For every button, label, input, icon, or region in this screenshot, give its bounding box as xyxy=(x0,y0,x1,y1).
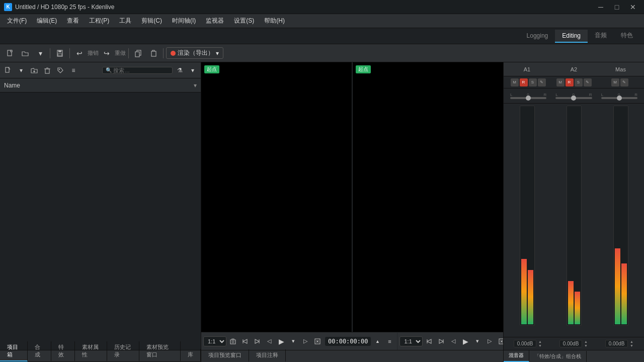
a2-effects-button[interactable]: ✎ xyxy=(584,78,592,86)
render-dropdown-icon[interactable]: ▾ xyxy=(216,50,219,57)
bin-tag-button[interactable] xyxy=(54,64,66,76)
save-button[interactable] xyxy=(53,46,67,60)
a1-mute-button[interactable]: M xyxy=(511,78,519,86)
mixer-tab-mixer[interactable]: 混音器 xyxy=(504,350,529,362)
program-zoom-select[interactable]: 1:1 xyxy=(399,336,423,346)
tab-library[interactable]: 库 xyxy=(181,349,201,361)
source-levels-button[interactable]: ≡ xyxy=(384,336,395,347)
a1-pan-knob[interactable] xyxy=(526,96,531,101)
menu-timeline[interactable]: 时间轴(I) xyxy=(167,15,201,27)
program-in-button[interactable] xyxy=(424,336,435,347)
a2-mute-button[interactable]: M xyxy=(556,78,565,86)
workflow-tab-editing[interactable]: Editing xyxy=(555,30,588,43)
redo-button[interactable]: ↪ xyxy=(100,46,114,60)
tab-clip-preview[interactable]: 素材预览窗口 xyxy=(139,341,181,361)
a1-db-down[interactable]: ▼ xyxy=(537,344,542,348)
master-mute-button[interactable]: M xyxy=(611,78,619,86)
title-controls: ─ □ ✕ xyxy=(594,0,640,14)
master-buttons: M ✎ xyxy=(597,78,642,86)
bin-filter-button[interactable]: ⚗ xyxy=(174,64,186,76)
bin-new-clip-button[interactable] xyxy=(2,64,14,76)
a2-pan-left: L xyxy=(555,93,557,97)
tab-effects[interactable]: 特效 xyxy=(51,341,75,361)
menu-edit[interactable]: 编辑(E) xyxy=(32,15,62,27)
a1-solo-button[interactable]: S xyxy=(529,78,537,86)
source-extract-button[interactable] xyxy=(312,336,323,347)
a2-solo-button[interactable]: S xyxy=(575,78,583,86)
a1-vu-right-fill xyxy=(528,270,533,324)
undo-button[interactable]: ↩ xyxy=(72,46,87,60)
bin-more-button[interactable]: ≡ xyxy=(67,64,79,76)
a1-record-button[interactable]: R xyxy=(520,78,528,86)
tab-project-preview[interactable]: 项目预览窗口 xyxy=(201,349,249,362)
program-out-button[interactable] xyxy=(436,336,447,347)
source-zoom-select[interactable]: 1:1 xyxy=(203,336,226,346)
source-play-button[interactable]: ▶ xyxy=(276,336,287,347)
bin-sort-icon[interactable]: ▾ xyxy=(194,82,197,89)
menu-clip[interactable]: 剪辑(C) xyxy=(136,15,167,27)
open-dropdown[interactable]: ▾ xyxy=(33,46,47,60)
bin-dropdown-button[interactable]: ▾ xyxy=(15,64,27,76)
minimize-button[interactable]: ─ xyxy=(594,0,608,14)
master-db-spinbox[interactable]: ▲ ▼ xyxy=(629,340,634,348)
source-prev-frame[interactable]: ◁ xyxy=(264,336,275,347)
source-in-point-badge: 起点 xyxy=(204,65,219,73)
open-button[interactable] xyxy=(18,46,32,60)
a1-db-up[interactable]: ▲ xyxy=(537,340,542,344)
workflow-tab-logging[interactable]: Logging xyxy=(520,30,555,43)
bin-delete-button[interactable] xyxy=(41,64,53,76)
paste-button[interactable] xyxy=(146,46,160,60)
master-db-up[interactable]: ▲ xyxy=(629,340,634,344)
a1-pan-slider[interactable] xyxy=(510,97,546,99)
menu-file[interactable]: 文件(F) xyxy=(2,15,32,27)
source-play-dropdown[interactable]: ▾ xyxy=(288,336,299,347)
copy-button[interactable] xyxy=(131,46,145,60)
program-in-point-badge: 起点 xyxy=(356,65,371,73)
a2-db-spinbox[interactable]: ▲ ▼ xyxy=(583,340,588,348)
bin-add-folder-button[interactable] xyxy=(28,64,40,76)
render-button[interactable]: 渲染（导出） ▾ xyxy=(166,47,223,59)
program-next-frame[interactable]: ▷ xyxy=(484,336,495,347)
a1-effects-button[interactable]: ✎ xyxy=(538,78,546,86)
master-db-down[interactable]: ▼ xyxy=(629,344,634,348)
tab-history[interactable]: 历史记录 xyxy=(107,341,139,361)
a1-db-spinbox[interactable]: ▲ ▼ xyxy=(537,340,542,348)
a2-record-button[interactable]: R xyxy=(566,78,574,86)
menu-project[interactable]: 工程(P) xyxy=(84,15,114,27)
program-play-dropdown[interactable]: ▾ xyxy=(472,336,483,347)
tab-project-notes[interactable]: 项目注释 xyxy=(249,349,286,362)
source-in-button[interactable] xyxy=(239,336,251,347)
new-button[interactable] xyxy=(3,46,17,60)
menu-monitor[interactable]: 监视器 xyxy=(201,15,229,27)
search-input[interactable] xyxy=(113,67,183,73)
menu-help[interactable]: 帮助(H) xyxy=(259,15,290,27)
tab-clip-props[interactable]: 素材属性 xyxy=(75,341,107,361)
menu-tools[interactable]: 工具 xyxy=(114,15,136,27)
maximize-button[interactable]: □ xyxy=(610,0,624,14)
a2-pan-slider[interactable] xyxy=(555,97,592,99)
program-prev-frame[interactable]: ◁ xyxy=(448,336,459,347)
workflow-tab-special[interactable]: 特色 xyxy=(614,29,640,43)
menu-settings[interactable]: 设置(S) xyxy=(229,15,259,27)
bin-filter-dropdown[interactable]: ▾ xyxy=(187,64,199,76)
master-vu-left-fill xyxy=(615,248,620,324)
master-effects-button[interactable]: ✎ xyxy=(620,78,628,86)
workflow-tab-audio[interactable]: 音频 xyxy=(588,29,614,43)
tab-project-bin[interactable]: 项目箱 xyxy=(0,341,28,361)
menu-view[interactable]: 查看 xyxy=(62,15,84,27)
a2-db-up[interactable]: ▲ xyxy=(583,340,588,344)
close-button[interactable]: ✕ xyxy=(626,0,640,14)
source-timecode-up[interactable]: ▲ xyxy=(372,336,383,347)
source-out-button[interactable] xyxy=(252,336,263,347)
a2-pan-knob[interactable] xyxy=(571,96,576,101)
source-next-frame[interactable]: ▷ xyxy=(300,336,311,347)
master-pan-knob[interactable] xyxy=(617,96,622,101)
svg-rect-11 xyxy=(230,340,235,344)
tab-composite[interactable]: 合成 xyxy=(28,341,51,361)
program-play-button[interactable]: ▶ xyxy=(460,336,471,347)
source-snapshot-button[interactable] xyxy=(227,336,238,347)
a2-db-down[interactable]: ▼ xyxy=(583,344,588,348)
master-pan-slider[interactable] xyxy=(601,97,637,99)
mixer-tab-effects[interactable]: 「特效/合成」组合栈 xyxy=(529,351,587,362)
monitor-controls-row: 1:1 xyxy=(201,332,503,350)
